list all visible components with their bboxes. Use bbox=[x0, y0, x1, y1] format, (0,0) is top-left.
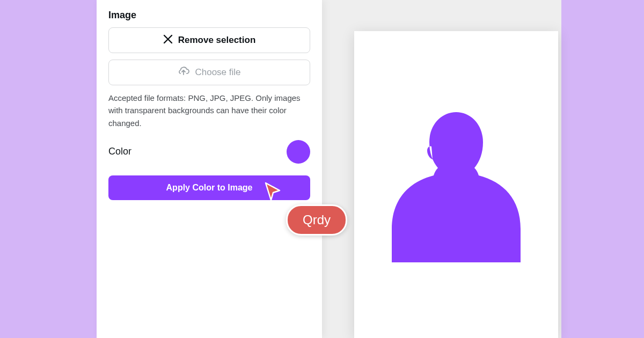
choose-file-button[interactable]: Choose file bbox=[108, 60, 310, 85]
canvas-page[interactable] bbox=[354, 31, 558, 338]
apply-color-button[interactable]: Apply Color to Image bbox=[108, 175, 310, 200]
close-icon bbox=[163, 34, 173, 47]
remove-selection-label: Remove selection bbox=[178, 35, 256, 46]
silhouette-image[interactable] bbox=[386, 107, 526, 262]
color-row: Color bbox=[108, 140, 310, 164]
color-swatch[interactable] bbox=[287, 140, 310, 164]
apply-color-label: Apply Color to Image bbox=[166, 183, 253, 193]
sidebar-panel: Image Remove selection Choose file Accep… bbox=[97, 0, 322, 338]
file-format-help-text: Accepted file formats: PNG, JPG, JPEG. O… bbox=[108, 92, 310, 129]
app-frame: Image Remove selection Choose file Accep… bbox=[97, 0, 561, 338]
section-title-image: Image bbox=[108, 10, 310, 21]
color-label: Color bbox=[108, 146, 131, 157]
choose-file-label: Choose file bbox=[195, 67, 240, 78]
cloud-upload-icon bbox=[178, 66, 189, 79]
remove-selection-button[interactable]: Remove selection bbox=[108, 27, 310, 53]
canvas-area bbox=[322, 0, 561, 338]
